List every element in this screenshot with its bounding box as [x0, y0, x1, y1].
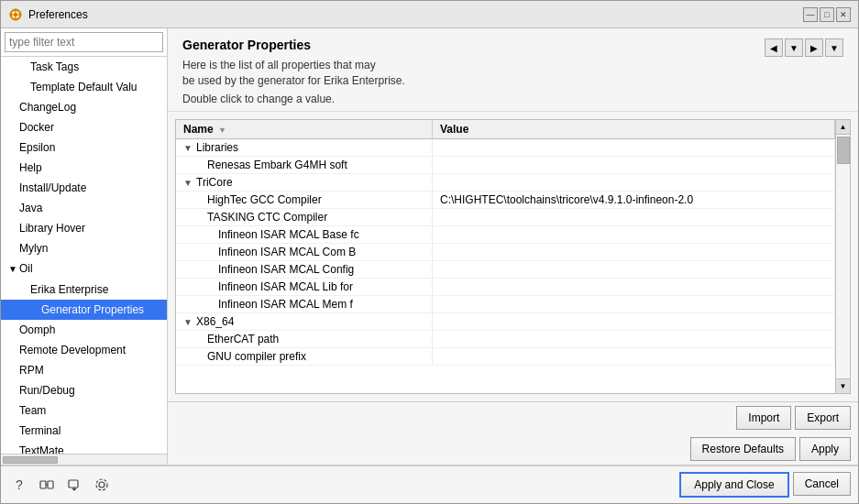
- row-expand-icon: ▼: [183, 317, 194, 327]
- panel-header-row: Generator Properties ◀ ▼ ▶ ▼: [182, 38, 843, 58]
- minimize-button[interactable]: —: [803, 7, 818, 22]
- table-cell-value: [433, 209, 835, 225]
- tree-item-label: Java: [19, 202, 42, 214]
- panel-header: Generator Properties ◀ ▼ ▶ ▼ Here is the…: [168, 28, 858, 112]
- sidebar-item-remote-development[interactable]: Remote Development: [1, 340, 167, 360]
- table-row[interactable]: Infineon ISAR MCAL Base fc: [176, 226, 835, 244]
- window-controls: — □ ✕: [803, 7, 851, 22]
- table-row[interactable]: GNU compiler prefix: [176, 348, 835, 366]
- table-row[interactable]: Renesas Embark G4MH soft: [176, 157, 835, 174]
- tree-item-label: Help: [19, 161, 42, 174]
- scrollbar-down-arrow[interactable]: ▼: [836, 378, 850, 393]
- table-cell-name: EtherCAT path: [176, 331, 433, 347]
- back-button[interactable]: ◀: [765, 38, 783, 57]
- table-row[interactable]: Infineon ISAR MCAL Config: [176, 261, 835, 279]
- table-cell-value: [433, 139, 835, 156]
- tree-item-label: Oomph: [19, 323, 55, 336]
- apply-and-close-button[interactable]: Apply and Close: [679, 472, 788, 498]
- bottom-buttons: ?: [1, 466, 858, 503]
- row-expand-icon: ▼: [183, 143, 194, 153]
- settings-button[interactable]: [91, 474, 113, 496]
- sidebar-item-generator-properties[interactable]: Generator Properties: [1, 300, 167, 320]
- apply-button[interactable]: Apply: [799, 437, 851, 461]
- tree-item-label: TextMate: [19, 444, 64, 454]
- tree-expand-icon: ▼: [8, 261, 17, 278]
- table-row[interactable]: EtherCAT path: [176, 331, 835, 348]
- sidebar-item-docker[interactable]: Docker: [1, 117, 167, 137]
- properties-table: Name ▼ Value ▼LibrariesRenesas Embark G4…: [175, 119, 851, 394]
- scrollbar-up-arrow[interactable]: ▲: [836, 120, 850, 135]
- tree-item-label: Run/Debug: [19, 384, 75, 397]
- table-cell-name: HighTec GCC Compiler: [176, 192, 433, 208]
- sidebar-item-help[interactable]: Help: [1, 158, 167, 178]
- svg-point-8: [96, 479, 107, 490]
- scrollbar-thumb-h: [3, 456, 58, 464]
- forward-dropdown-button[interactable]: ▼: [825, 38, 843, 57]
- preferences-window: Preferences — □ ✕ Task TagsTemplate Defa…: [0, 0, 859, 504]
- sidebar-item-run-debug[interactable]: Run/Debug: [1, 380, 167, 400]
- scrollbar-track: [836, 135, 850, 378]
- sidebar-item-java[interactable]: Java: [1, 198, 167, 218]
- table-row[interactable]: ▼TriCore: [176, 174, 835, 192]
- sidebar-item-epsilon[interactable]: Epsilon: [1, 137, 167, 158]
- sidebar-item-mylyn[interactable]: Mylyn: [1, 238, 167, 258]
- search-input[interactable]: [5, 32, 163, 52]
- panel-title: Generator Properties: [182, 38, 311, 52]
- table-cell-value: [433, 157, 835, 173]
- sidebar-item-terminal[interactable]: Terminal: [1, 421, 167, 441]
- sidebar-item-oomph[interactable]: Oomph: [1, 320, 167, 340]
- sidebar-item-team[interactable]: Team: [1, 400, 167, 421]
- tree-item-label: RPM: [19, 364, 44, 377]
- tree-item-label: Team: [19, 404, 46, 417]
- sidebar-item-install-update[interactable]: Install/Update: [1, 178, 167, 198]
- tree-item-label: ChangeLog: [19, 101, 76, 114]
- sidebar-item-task-tags[interactable]: Task Tags: [1, 57, 167, 77]
- table-cell-name: ▼Libraries: [176, 139, 433, 156]
- back-dropdown-button[interactable]: ▼: [785, 38, 803, 57]
- tree-item-label: Install/Update: [19, 181, 86, 194]
- window-icon: [8, 7, 23, 22]
- table-cell-value: C:\HIGHTEC\toolchains\tricore\v4.9.1.0-i…: [433, 192, 835, 208]
- tree-item-label: Task Tags: [30, 60, 79, 73]
- tree-item-label: Epsilon: [19, 141, 55, 154]
- new-connection-button[interactable]: [36, 474, 58, 496]
- export-settings-button[interactable]: [63, 474, 85, 496]
- table-row[interactable]: ▼X86_64: [176, 313, 835, 331]
- restore-defaults-button[interactable]: Restore Defaults: [690, 437, 796, 461]
- maximize-button[interactable]: □: [820, 7, 834, 22]
- table-vertical-scrollbar[interactable]: ▲ ▼: [835, 120, 850, 393]
- table-cell-name: TASKING CTC Compiler: [176, 209, 433, 225]
- tree-item-label: Oil: [19, 262, 33, 275]
- import-button[interactable]: Import: [736, 406, 791, 430]
- nav-buttons: ◀ ▼ ▶ ▼: [765, 38, 843, 57]
- table-row[interactable]: ▼Libraries: [176, 139, 835, 157]
- table-row[interactable]: Infineon ISAR MCAL Lib for: [176, 279, 835, 296]
- sidebar-item-template-default[interactable]: Template Default Valu: [1, 77, 167, 97]
- table-cell-value: [433, 331, 835, 347]
- svg-rect-6: [69, 480, 78, 488]
- sidebar: Task TagsTemplate Default ValuChangeLogD…: [1, 28, 168, 465]
- sidebar-item-library-hover[interactable]: Library Hover: [1, 218, 167, 238]
- forward-button[interactable]: ▶: [805, 38, 823, 57]
- svg-rect-4: [40, 481, 46, 488]
- cancel-button[interactable]: Cancel: [793, 472, 851, 496]
- horizontal-scrollbar[interactable]: [1, 454, 167, 465]
- sidebar-item-oil[interactable]: ▼Oil: [1, 258, 167, 279]
- table-row[interactable]: Infineon ISAR MCAL Mem f: [176, 296, 835, 313]
- help-icon-button[interactable]: ?: [8, 474, 30, 496]
- table-row[interactable]: Infineon ISAR MCAL Com B: [176, 244, 835, 261]
- sidebar-item-erika-enterprise[interactable]: Erika Enterprise: [1, 279, 167, 300]
- table-cell-name: Renesas Embark G4MH soft: [176, 157, 433, 173]
- sidebar-item-rpm[interactable]: RPM: [1, 360, 167, 380]
- sidebar-item-changelog[interactable]: ChangeLog: [1, 97, 167, 117]
- content-area: Task TagsTemplate Default ValuChangeLogD…: [1, 28, 858, 465]
- table-row[interactable]: TASKING CTC Compiler: [176, 209, 835, 226]
- export-button[interactable]: Export: [795, 406, 851, 430]
- restore-apply-row: Restore Defaults Apply: [168, 433, 858, 465]
- table-scroll-area[interactable]: ▼LibrariesRenesas Embark G4MH soft▼TriCo…: [176, 139, 835, 393]
- tree-item-label: Template Default Valu: [30, 81, 138, 93]
- sidebar-item-textmate[interactable]: TextMate: [1, 441, 167, 454]
- scrollbar-thumb: [837, 137, 850, 164]
- close-button[interactable]: ✕: [836, 7, 851, 22]
- table-row[interactable]: HighTec GCC CompilerC:\HIGHTEC\toolchain…: [176, 192, 835, 209]
